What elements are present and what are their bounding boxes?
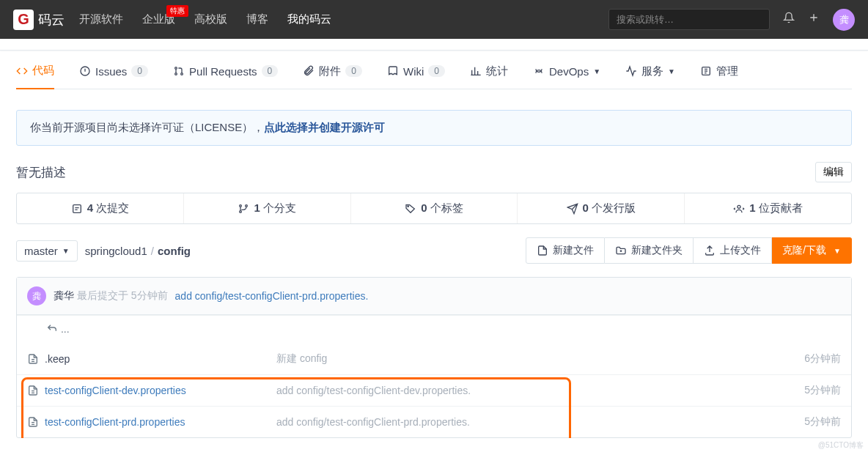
file-time: 6分钟前 — [768, 352, 841, 366]
svg-point-7 — [240, 210, 242, 212]
commit-message-link[interactable]: add config/test-configClient-prd.propert… — [175, 290, 369, 302]
svg-point-9 — [408, 206, 408, 207]
repo-tabs: 代码 Issues0 Pull Requests0 附件0 Wiki0 统计 D… — [16, 51, 852, 89]
chevron-down-icon: ▼ — [593, 67, 600, 75]
file-row[interactable]: test-configClient-dev.propertiesadd conf… — [17, 374, 851, 406]
file-commit-msg: 新建 config — [276, 352, 768, 366]
license-notice: 你当前开源项目尚未选择许可证（LICENSE），点此选择并创建开源许可 — [16, 110, 852, 146]
description-row: 暂无描述 编辑 — [16, 162, 852, 182]
commit-author-avatar: 龚 — [27, 286, 46, 305]
file-time: 5分钟前 — [768, 384, 841, 397]
svg-point-3 — [181, 73, 183, 75]
file-time: 5分钟前 — [768, 415, 841, 429]
svg-point-6 — [240, 204, 242, 207]
bell-icon[interactable] — [783, 12, 795, 27]
stat-releases[interactable]: 0 个发行版 — [517, 193, 684, 223]
stats-bar: 4 次提交 1 个分支 0 个标签 0 个发行版 1 位贡献者 — [16, 193, 852, 224]
go-up-row[interactable]: ... — [17, 315, 851, 344]
file-action-buttons: 新建文件 新建文件夹 上传文件 克隆/下载▼ — [526, 237, 852, 264]
create-license-link[interactable]: 点此选择并创建开源许可 — [264, 121, 385, 133]
nav-edu[interactable]: 高校版 — [194, 12, 227, 26]
chevron-down-icon: ▼ — [62, 247, 70, 255]
topbar-right: 龚 — [608, 9, 855, 31]
tab-code[interactable]: 代码 — [16, 64, 54, 89]
nav-enterprise[interactable]: 企业版 特惠 — [142, 12, 175, 26]
stat-contributors[interactable]: 1 位贡献者 — [684, 193, 851, 223]
breadcrumb: springcloud1/config — [85, 245, 191, 257]
tab-wiki[interactable]: Wiki0 — [387, 64, 445, 89]
file-name[interactable]: test-configClient-dev.properties — [27, 385, 276, 396]
new-file-button[interactable]: 新建文件 — [526, 237, 605, 264]
tab-devops[interactable]: DevOps▼ — [533, 64, 600, 89]
stat-tags[interactable]: 0 个标签 — [350, 193, 518, 223]
svg-point-1 — [175, 67, 177, 70]
avatar[interactable]: 龚 — [833, 9, 855, 31]
stat-commits[interactable]: 4 次提交 — [17, 193, 183, 223]
file-commit-msg: add config/test-configClient-prd.propert… — [276, 416, 768, 428]
tab-attachments[interactable]: 附件0 — [303, 64, 362, 89]
breadcrumb-repo[interactable]: springcloud1 — [85, 245, 147, 257]
tab-pullrequests[interactable]: Pull Requests0 — [173, 64, 278, 89]
topbar: G 码云 开源软件 企业版 特惠 高校版 博客 我的码云 龚 — [0, 0, 868, 39]
svg-rect-5 — [73, 204, 81, 212]
chevron-down-icon: ▼ — [668, 67, 675, 75]
file-row[interactable]: test-configClient-prd.propertiesadd conf… — [17, 406, 851, 437]
svg-point-8 — [246, 204, 248, 207]
file-commit-msg: add config/test-configClient-dev.propert… — [276, 385, 768, 396]
stat-branches[interactable]: 1 个分支 — [183, 193, 350, 223]
tab-stats[interactable]: 统计 — [470, 64, 508, 89]
svg-point-2 — [175, 73, 177, 75]
file-row[interactable]: .keep新建 config6分钟前 — [17, 344, 851, 374]
file-name[interactable]: .keep — [27, 353, 276, 365]
subbar — [0, 39, 868, 51]
file-listing: 龚 龚华 最后提交于 5分钟前 add config/test-configCl… — [16, 277, 852, 438]
clone-download-button[interactable]: 克隆/下载▼ — [772, 237, 852, 264]
nav-blog[interactable]: 博客 — [246, 12, 268, 26]
tab-issues[interactable]: Issues0 — [79, 64, 148, 89]
breadcrumb-path: config — [158, 245, 191, 257]
logo-icon: G — [13, 10, 34, 30]
branch-selector[interactable]: master▼ — [16, 240, 78, 262]
tab-manage[interactable]: 管理 — [700, 64, 738, 89]
description-text: 暂无描述 — [16, 164, 66, 181]
svg-point-10 — [738, 205, 740, 208]
last-commit-header: 龚 龚华 最后提交于 5分钟前 add config/test-configCl… — [17, 278, 851, 315]
chevron-down-icon: ▼ — [834, 247, 841, 255]
top-nav: 开源软件 企业版 特惠 高校版 博客 我的码云 — [79, 12, 331, 26]
plus-icon[interactable] — [808, 12, 820, 27]
edit-description-button[interactable]: 编辑 — [815, 162, 852, 182]
logo-text: 码云 — [38, 11, 65, 29]
upload-button[interactable]: 上传文件 — [694, 237, 772, 264]
nav-opensource[interactable]: 开源软件 — [79, 12, 123, 26]
search-input[interactable] — [608, 9, 770, 30]
tab-services[interactable]: 服务▼ — [625, 64, 675, 89]
file-name[interactable]: test-configClient-prd.properties — [27, 416, 276, 428]
action-row: master▼ springcloud1/config 新建文件 新建文件夹 上… — [16, 237, 852, 264]
logo[interactable]: G 码云 — [13, 10, 65, 30]
promo-badge: 特惠 — [166, 5, 188, 17]
new-folder-button[interactable]: 新建文件夹 — [605, 237, 694, 264]
nav-my[interactable]: 我的码云 — [287, 12, 331, 26]
